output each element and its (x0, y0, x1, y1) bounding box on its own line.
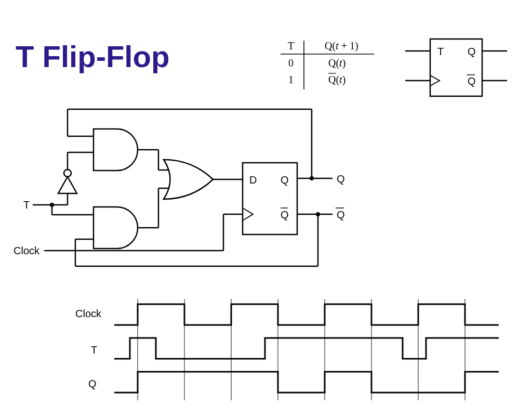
tt-r0-c1: Q(t) (328, 57, 345, 69)
q-waveform (114, 372, 499, 393)
symbol-block: T Q Q (405, 39, 507, 96)
tt-r0-c0: 0 (288, 57, 294, 69)
or-gate (164, 160, 213, 199)
q-output-label: Q (337, 173, 345, 185)
truth-table: T Q(t + 1) 0 Q(t) 1 Q(t) (281, 40, 374, 89)
dff-block (243, 163, 297, 234)
symbol-q-label: Q (468, 46, 476, 57)
dff-qbar-label: Q (281, 209, 289, 220)
not-gate (58, 170, 77, 193)
truth-header-q: Q(t + 1) (325, 40, 358, 52)
truth-header-t: T (288, 40, 294, 51)
clock-input-label: Clock (14, 245, 40, 256)
circuit: T (14, 109, 345, 266)
dff-q-label: Q (281, 174, 289, 186)
symbol-qbar-label: Q (468, 75, 476, 87)
and-gate-bottom (94, 207, 138, 249)
symbol-t-label: T (437, 46, 444, 57)
dff-clock-triangle-icon (243, 208, 253, 220)
svg-marker-15 (58, 177, 77, 193)
clock-waveform (114, 304, 499, 325)
qbar-output-label: Q (337, 209, 345, 220)
dff-d-label: D (249, 174, 257, 186)
t-waveform (114, 338, 499, 359)
svg-point-16 (64, 170, 71, 177)
tt-r1-c1: Q(t) (328, 74, 345, 86)
timing-clock-label: Clock (75, 308, 102, 319)
timing-grid (138, 299, 465, 400)
tt-r1-c0: 1 (288, 74, 294, 85)
and-gate-top (94, 129, 138, 171)
timing-diagram: Clock T Q (75, 299, 499, 400)
clock-triangle-icon (430, 75, 440, 86)
timing-t-label: T (91, 344, 97, 356)
t-input-label: T (23, 199, 30, 211)
diagram-svg: T Q(t + 1) 0 Q(t) 1 Q(t) T Q Q (0, 0, 532, 417)
timing-q-label: Q (88, 378, 97, 389)
